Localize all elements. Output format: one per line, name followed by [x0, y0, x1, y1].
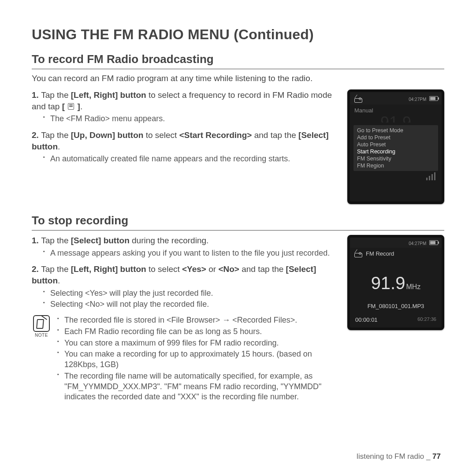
page-title: USING THE FM RADIO MENU (Continued) [32, 26, 444, 43]
note-item: You can store a maximum of 999 files for… [57, 338, 337, 349]
text: [Left, Right] button [71, 90, 146, 100]
section-record-intro: You can record an FM radio program at an… [32, 74, 444, 83]
menu-item: Add to Preset [357, 134, 435, 141]
elapsed-time: 00:00:01 [355, 316, 378, 323]
menu-item: FM Sensitivity [357, 155, 435, 162]
footer-page: 77 [432, 452, 441, 461]
text: . [58, 142, 60, 151]
text: to select [143, 130, 179, 140]
text: and tap the [239, 264, 286, 274]
note-item: Each FM Radio recording file can be as l… [57, 327, 337, 337]
device-frequency: 91.9MHz [350, 262, 442, 303]
page-footer: listening to FM radio _ 77 [357, 452, 441, 461]
text: or [206, 264, 218, 274]
radio-icon [353, 95, 363, 103]
signal-bars-icon [426, 172, 435, 180]
text: <No> [218, 264, 239, 274]
record-step-1-note: The <FM Radio> menu appears. [43, 114, 337, 124]
menu-item: FM Region [357, 162, 435, 169]
record-step-1: Tap the [Left, Right] button to select a… [32, 89, 337, 124]
device-time: 04:27PM [409, 97, 426, 102]
freq-bg: 91.9 [350, 115, 442, 123]
device-mode: Manual [350, 104, 442, 115]
stop-step-2-note-yes: Selecting <Yes> will play the just recor… [43, 288, 337, 299]
section-record-heading: To record FM Radio broadcasting [32, 52, 444, 69]
text: Tap the [41, 236, 71, 245]
fm-menu-list: Go to Preset Mode Add to Preset Auto Pre… [353, 125, 438, 171]
text: to select [146, 264, 182, 274]
record-step-2-note: An automatically created file name appea… [43, 154, 337, 164]
text: . [58, 276, 60, 285]
text: Tap the [41, 90, 71, 100]
text: ] [75, 102, 80, 111]
text: during the recording. [130, 236, 209, 245]
text: [ [62, 102, 67, 111]
note-badge: NOTE [32, 315, 51, 403]
text: and tap the [252, 130, 298, 140]
stop-step-2: Tap the [Left, Right] button to select <… [32, 264, 337, 310]
device-screenshot-record: 04:27PM FM Record 91.9MHz FM_080101_001.… [347, 235, 444, 330]
text: [Up, Down] button [71, 130, 144, 140]
device-time: 04:27PM [409, 241, 426, 246]
freq-unit: MHz [406, 283, 420, 290]
menu-icon [68, 103, 74, 110]
note-label: NOTE [32, 333, 51, 338]
footer-section: listening to FM radio _ [357, 452, 432, 461]
text: [Select] button [71, 236, 130, 245]
battery-icon [429, 96, 438, 101]
section-stop-heading: To stop recording [32, 214, 444, 231]
radio-icon [353, 249, 363, 257]
note-icon [33, 315, 50, 332]
stop-step-1-note: A message appears asking you if you want… [43, 248, 337, 259]
note-list: The recorded file is stored in <File Bro… [57, 315, 337, 403]
text: <Yes> [182, 264, 206, 274]
device-filename: FM_080101_001.MP3 [350, 303, 442, 315]
text: <Start Recording> [179, 130, 252, 140]
remaining-time: 60:27:36 [417, 316, 436, 323]
text: . [80, 102, 82, 111]
device-subtitle: FM Record [366, 250, 394, 257]
note-item: You can make a recording for up to appro… [57, 349, 337, 370]
note-item: The recorded file is stored in <File Bro… [57, 315, 337, 326]
menu-item: Auto Preset [357, 141, 435, 148]
stop-step-1: Tap the [Select] button during the recor… [32, 235, 337, 258]
text: Tap the [41, 264, 71, 274]
note-item: The recording file name will be automati… [57, 371, 337, 402]
menu-item: Go to Preset Mode [357, 127, 435, 134]
device-screenshot-menu: 04:27PM Manual 91.9 Go to Preset Mode Ad… [347, 89, 444, 204]
text: [Left, Right] button [71, 264, 146, 274]
stop-step-2-note-no: Selecting <No> will not play the recorde… [43, 299, 337, 310]
battery-icon [429, 240, 438, 245]
menu-item-selected: Start Recording [357, 148, 435, 155]
text: Tap the [41, 130, 71, 140]
record-step-2: Tap the [Up, Down] button to select <Sta… [32, 130, 337, 164]
freq-value: 91.9 [371, 273, 405, 293]
